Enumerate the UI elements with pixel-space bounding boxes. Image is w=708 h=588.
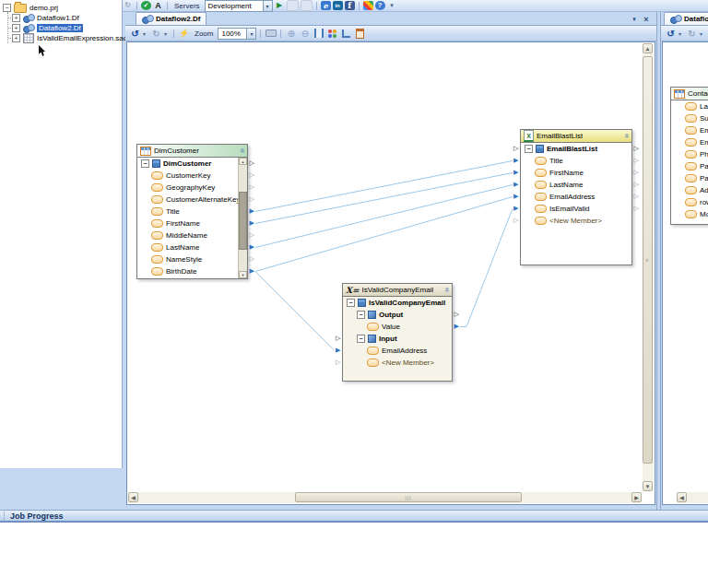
collapse-expander-icon[interactable] (141, 159, 149, 168)
field-row[interactable]: IsEmailValid (521, 203, 631, 215)
tab-dataflow-right[interactable]: Dataflow (664, 12, 708, 25)
node-dimcustomer[interactable]: DimCustomer DimCustomer CustomerKey Geog… (136, 144, 248, 279)
connector-out[interactable] (454, 311, 459, 318)
field-row[interactable]: <New Member> (521, 215, 631, 227)
connector-out[interactable] (634, 157, 639, 164)
field-row[interactable]: FirstName (521, 167, 631, 179)
node-header[interactable]: EmailBlastList (521, 130, 631, 143)
connector-in-connected[interactable] (513, 193, 518, 200)
connector-out[interactable] (634, 205, 639, 212)
auto-arrange-icon[interactable] (326, 28, 338, 39)
connector-in[interactable] (336, 359, 340, 366)
group-row-output[interactable]: Output (343, 309, 452, 321)
expand-expander-icon[interactable] (12, 34, 20, 42)
node-scrollbar[interactable] (238, 158, 247, 278)
field-row[interactable]: rowg (671, 196, 708, 208)
scroll-left-icon[interactable]: ◀ (128, 492, 138, 502)
field-row[interactable]: CustomerAlternateKey (137, 194, 247, 206)
collapse-chevron-icon[interactable] (238, 148, 246, 153)
zoom-combobox[interactable]: 100% (218, 28, 256, 40)
connector-out[interactable] (250, 195, 254, 203)
field-row[interactable]: Title (521, 155, 631, 167)
connector-in[interactable] (336, 335, 340, 342)
connector-out[interactable] (250, 255, 254, 263)
field-row[interactable]: CustomerKey (137, 170, 247, 182)
facebook-icon[interactable] (345, 1, 355, 10)
field-row[interactable]: LastN (671, 100, 708, 112)
field-row[interactable]: BirthDate (137, 265, 247, 277)
toolbar-overflow-icon[interactable] (387, 1, 397, 10)
zoom-in-icon[interactable] (285, 28, 297, 39)
zoom-out-icon[interactable] (299, 28, 311, 39)
field-row[interactable]: LastName (521, 179, 631, 191)
tree-item-dataflow2[interactable]: Dataflow2.Df (12, 23, 83, 33)
field-row[interactable]: Value (343, 321, 452, 333)
field-row[interactable]: Suffix (671, 112, 708, 124)
tree-item-label[interactable]: IsValidEmailExpression.sact (37, 34, 129, 42)
connector-out[interactable] (250, 231, 254, 239)
connector-in-connected[interactable] (513, 205, 518, 212)
clipboard-icon[interactable] (356, 29, 364, 39)
node-isvalidcompanyemail[interactable]: IsValidCompanyEmail IsValidCompanyEmail … (342, 283, 453, 382)
font-icon[interactable] (153, 1, 163, 10)
undo-icon[interactable] (129, 28, 141, 39)
tree-item-expression[interactable]: IsValidEmailExpression.sact (12, 33, 129, 43)
connector-in-connected[interactable] (513, 157, 518, 164)
node-root-row[interactable]: EmailBlastList (521, 143, 631, 155)
redo-icon[interactable] (123, 1, 133, 10)
dataflow-canvas-right[interactable]: Contact LastN Suffix Emai Emai Phon Pass… (662, 41, 708, 505)
connector-out[interactable] (634, 193, 639, 200)
tree-item-project[interactable]: demo.prj (3, 3, 58, 13)
scrollbar-thumb[interactable]: ≡ (643, 56, 653, 464)
scrollbar-thumb[interactable]: ||| (295, 492, 522, 502)
field-row[interactable]: EmailAddress (343, 345, 452, 357)
field-row[interactable]: GeographyKey (137, 182, 247, 194)
node-header[interactable]: IsValidCompanyEmail (343, 284, 452, 297)
scroll-down-icon[interactable]: ▼ (643, 481, 653, 491)
horizontal-scrollbar[interactable]: ◀ (677, 492, 708, 503)
connector-out[interactable] (250, 171, 254, 179)
connector-in-connected[interactable] (513, 169, 518, 176)
undo-icon[interactable] (665, 28, 677, 39)
field-row[interactable]: FirstName (137, 218, 247, 229)
connector-out-connected[interactable] (250, 207, 254, 215)
connector-out[interactable] (634, 169, 639, 176)
chevron-down-icon[interactable] (263, 1, 272, 11)
connector-in-connected[interactable] (336, 347, 340, 354)
connector-out-connected[interactable] (250, 267, 254, 275)
tree-item-label[interactable]: Dataflow1.Df (37, 14, 79, 22)
lightning-icon[interactable] (178, 28, 190, 39)
field-row[interactable]: EmailAddress (521, 191, 631, 203)
dataflow-canvas[interactable]: DimCustomer DimCustomer CustomerKey Geog… (126, 41, 655, 505)
group-row-input[interactable]: Input (343, 333, 452, 345)
connection[interactable] (255, 272, 335, 351)
node-contact[interactable]: Contact LastN Suffix Emai Emai Phon Pass… (670, 87, 708, 225)
connector-in[interactable] (513, 145, 518, 152)
field-row[interactable]: Emai (671, 124, 708, 136)
connector-out-connected[interactable] (250, 243, 254, 251)
undo-dropdown-icon[interactable] (678, 28, 684, 39)
connector-style-icon[interactable] (342, 29, 350, 38)
scroll-left-icon[interactable]: ◀ (677, 492, 687, 502)
field-row[interactable]: Addit (671, 184, 708, 196)
node-header[interactable]: Contact (671, 88, 708, 100)
field-row[interactable]: Pass (671, 160, 708, 172)
field-row[interactable]: MiddleName (137, 229, 247, 241)
node-root-row[interactable]: DimCustomer (137, 158, 247, 170)
connector-out-connected[interactable] (454, 323, 459, 330)
fit-to-window-icon[interactable] (314, 29, 324, 38)
collapse-expander-icon[interactable] (3, 4, 11, 12)
help-icon[interactable] (375, 1, 385, 10)
browser-icon[interactable] (321, 1, 331, 10)
validate-icon[interactable] (141, 1, 151, 10)
scroll-down-icon[interactable] (239, 271, 247, 278)
scrollbar-thumb[interactable] (239, 192, 247, 250)
expand-expander-icon[interactable] (12, 24, 20, 32)
connector-in-connected[interactable] (513, 181, 518, 188)
connection[interactable] (255, 161, 513, 212)
scroll-up-icon[interactable]: ▲ (643, 43, 653, 53)
tree-item-label-selected[interactable]: Dataflow2.Df (37, 24, 83, 32)
vertical-scrollbar[interactable]: ▲ ≡ ▼ (643, 43, 654, 491)
connection[interactable] (255, 197, 513, 272)
collapse-expander-icon[interactable] (357, 335, 365, 343)
